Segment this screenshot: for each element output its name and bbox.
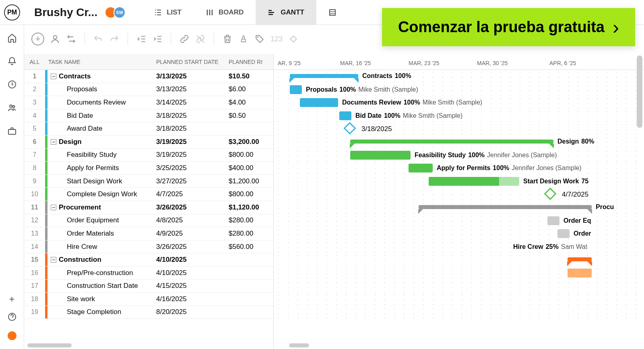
collapse-icon[interactable]: − [51,74,56,79]
task-row[interactable]: 12 Order Equipment 4/8/2025 $280.00 [24,214,273,228]
col-planned-start[interactable]: PLANNED START DATE [153,59,225,65]
task-name-cell[interactable]: Complete Design Work [47,190,153,198]
gantt-bar[interactable]: Start Design Work 75 [429,177,519,186]
planned-ri-cell[interactable]: $1,120.00 [225,203,273,211]
planned-start-cell[interactable]: 3/26/2025 [153,203,225,211]
planned-start-cell[interactable]: 3/18/2025 [153,125,225,133]
gantt-scrollbar-v[interactable] [637,55,642,128]
text-color-icon[interactable]: A [238,34,249,44]
task-name-cell[interactable]: Hire Crew [47,243,153,251]
task-name-cell[interactable]: Award Date [47,125,153,133]
task-name-cell[interactable]: Construction Start Date [47,282,153,290]
task-row[interactable]: 2 Proposals 3/13/2025 $6.00 [24,83,273,96]
tab-board[interactable]: BOARD [194,0,256,25]
planned-ri-cell[interactable]: $560.00 [225,243,273,251]
briefcase-icon[interactable] [7,126,17,136]
planned-start-cell[interactable]: 3/13/2025 [153,85,225,93]
milestone-icon[interactable] [288,34,299,44]
gantt-bar[interactable]: Bid Date 100% Mike Smith (Sample) [339,111,351,120]
cta-free-trial[interactable]: Comenzar la prueba gratuita [382,8,635,46]
task-name-cell[interactable]: Start Design Work [47,177,153,185]
task-row[interactable]: 19 Stage Completion 8/20/2025 [24,306,273,319]
gantt-bar[interactable]: Order [557,229,570,238]
planned-ri-cell[interactable]: $800.00 [225,151,273,159]
task-row[interactable]: 14 Hire Crew 3/26/2025 $560.00 [24,240,273,254]
gantt-bar[interactable]: Order Eq [547,216,559,225]
task-row[interactable]: 8 Apply for Permits 3/25/2025 $400.00 [24,162,273,175]
tab-list[interactable]: LIST [142,0,194,25]
collapse-icon[interactable]: − [51,205,56,210]
task-row[interactable]: 3 Documents Review 3/14/2025 $4.00 [24,96,273,109]
task-name-cell[interactable]: Bid Date [47,112,153,120]
planned-ri-cell[interactable]: $280.00 [225,216,273,224]
gantt-bar[interactable]: Design 80% [350,140,553,144]
planned-ri-cell[interactable]: $1,200.00 [225,177,273,185]
planned-start-cell[interactable]: 3/13/2025 [153,72,225,80]
planned-ri-cell[interactable]: $280.00 [225,230,273,238]
planned-start-cell[interactable]: 3/27/2025 [153,177,225,185]
task-name-cell[interactable]: − Contracts [47,72,153,80]
help-icon[interactable] [7,312,17,322]
unlink-icon[interactable] [195,34,206,44]
col-planned-ri[interactable]: PLANNED RI [225,59,273,65]
person-icon[interactable] [50,34,60,44]
home-icon[interactable] [7,33,17,43]
avatar[interactable]: SW [114,6,126,18]
task-row[interactable]: 13 Order Materials 4/9/2025 $280.00 [24,227,273,240]
planned-ri-cell[interactable]: $3,200.00 [225,138,273,146]
gantt-bar[interactable]: Proposals 100% Mike Smith (Sample) [290,85,302,94]
gantt-bar[interactable] [568,269,592,277]
planned-start-cell[interactable]: 3/19/2025 [153,151,225,159]
planned-start-cell[interactable]: 4/9/2025 [153,230,225,238]
task-name-cell[interactable]: − Procurement [47,203,153,211]
task-name-cell[interactable]: Apply for Permits [47,164,153,172]
planned-start-cell[interactable]: 3/25/2025 [153,164,225,172]
link-icon[interactable] [179,34,190,44]
logo[interactable]: PM [4,4,20,21]
undo-icon[interactable] [93,34,103,44]
gantt-bar[interactable]: Contracts 100% [290,74,358,78]
planned-start-cell[interactable]: 4/8/2025 [153,216,225,224]
planned-start-cell[interactable]: 4/16/2025 [153,295,225,303]
planned-start-cell[interactable]: 3/18/2025 [153,112,225,120]
task-name-cell[interactable]: − Construction [47,256,153,264]
task-name-cell[interactable]: Order Materials [47,230,153,238]
task-name-cell[interactable]: − Design [47,138,153,146]
task-name-cell[interactable]: Site work [47,295,153,303]
planned-start-cell[interactable]: 4/10/2025 [153,269,225,277]
task-name-cell[interactable]: Prep/Pre-construction [47,269,153,277]
task-row[interactable]: 1 − Contracts 3/13/2025 $10.50 [24,70,273,83]
task-row[interactable]: 5 Award Date 3/18/2025 [24,122,273,135]
planned-start-cell[interactable]: 3/26/2025 [153,243,225,251]
add-task-button[interactable]: + [31,33,44,45]
task-row[interactable]: 11 − Procurement 3/26/2025 $1,120.00 [24,201,273,214]
wbs-numbering[interactable]: 123 [270,35,283,43]
collapse-icon[interactable]: − [51,139,56,145]
planned-start-cell[interactable]: 3/19/2025 [153,138,225,146]
task-row[interactable]: 16 Prep/Pre-construction 4/10/2025 [24,267,273,280]
task-name-cell[interactable]: Proposals [47,85,153,93]
col-task-name[interactable]: TASK NAME [45,59,153,65]
planned-start-cell[interactable]: 4/15/2025 [153,282,225,290]
task-row[interactable]: 7 Feasibility Study 3/19/2025 $800.00 [24,149,273,162]
task-row[interactable]: 10 Complete Design Work 4/7/2025 $800.00 [24,188,273,201]
clock-icon[interactable] [7,80,17,89]
user-avatar[interactable] [7,331,17,341]
grid-scrollbar[interactable] [27,343,72,347]
outdent-icon[interactable] [136,34,147,44]
task-row[interactable]: 6 − Design 3/19/2025 $3,200.00 [24,135,273,149]
gantt-bar[interactable]: Feasibility Study 100% Jennifer Jones (S… [350,151,411,160]
gantt-scrollbar-h[interactable] [289,343,309,347]
gantt-bar[interactable]: Apply for Permits 100% Jennifer Jones (S… [409,164,433,172]
team-icon[interactable] [7,103,17,113]
tab-gantt[interactable]: GANTT [256,0,316,25]
task-row[interactable]: 15 − Construction 4/10/2025 [24,253,273,267]
collapse-icon[interactable]: − [51,257,56,263]
task-row[interactable]: 17 Construction Start Date 4/15/2025 [24,280,273,293]
gantt-bar[interactable]: Procu [419,205,592,209]
task-row[interactable]: 18 Site work 4/16/2025 [24,293,273,306]
task-name-cell[interactable]: Documents Review [47,99,153,107]
planned-start-cell[interactable]: 4/10/2025 [153,256,225,264]
swap-icon[interactable] [66,34,76,44]
bell-icon[interactable] [7,56,17,66]
